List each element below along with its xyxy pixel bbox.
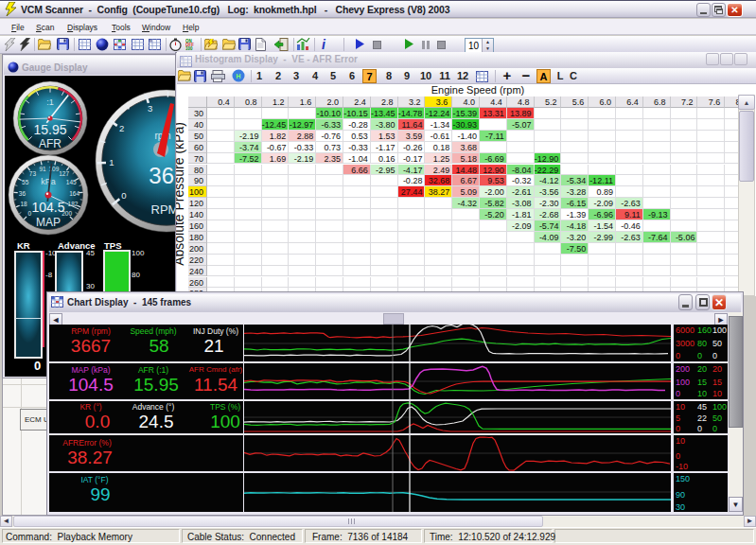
svg-text:145: 145 [66,179,77,185]
svg-text:i: i [322,37,326,51]
svg-text:3: 3 [148,103,152,114]
svg-text:1: 1 [109,157,114,167]
svg-text:36: 36 [19,190,26,197]
svg-text:AFR: AFR [39,137,62,150]
svg-text:0: 0 [121,190,126,201]
svg-text:2: 2 [119,123,124,133]
svg-text:164: 164 [69,190,79,197]
svg-text:MAP: MAP [36,216,61,229]
svg-text:91: 91 [39,166,46,172]
svg-text:100: 100 [185,46,193,50]
svg-text:127: 127 [59,170,69,177]
svg-text:73: 73 [29,170,37,177]
svg-text:kPa: kPa [41,177,56,186]
svg-text:15.95: 15.95 [33,122,66,137]
svg-text::1: :1 [46,97,54,107]
svg-text:RPM: RPM [151,202,177,217]
svg-text:H: H [236,73,240,79]
svg-text:55: 55 [22,179,29,185]
svg-text:18: 18 [20,201,27,207]
svg-text:3667: 3667 [149,163,177,188]
svg-text:104.5: 104.5 [31,200,64,215]
svg-text:Absolute Pressure (kPa): Absolute Pressure (kPa) [176,122,186,266]
